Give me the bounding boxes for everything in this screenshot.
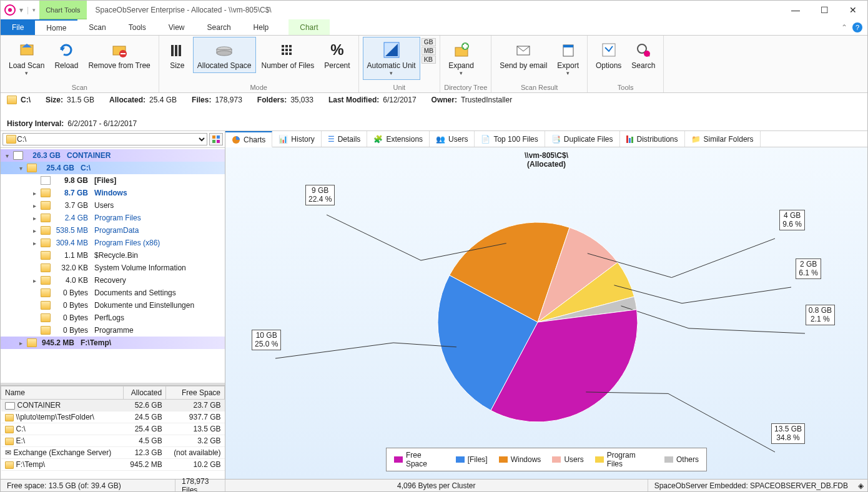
ribbon-group-scan: Scan <box>4 82 155 92</box>
svg-rect-3 <box>121 53 126 54</box>
folder-icon <box>6 135 16 144</box>
remove-from-tree-button[interactable]: Remove from Tree <box>84 37 154 73</box>
callout-windows: 9 GB22.4 % <box>305 185 335 205</box>
tree-row[interactable]: 9.8 GB[Files] <box>1 174 225 187</box>
callout-files: 10 GB25.0 % <box>252 330 281 350</box>
tab-help[interactable]: Help <box>242 19 280 35</box>
view-tabs: Charts 📊History ☰Details 🧩Extensions 👥Us… <box>225 131 867 147</box>
scans-grid[interactable]: Name Allocated Free Space CONTAINER52.6 … <box>1 386 225 471</box>
tree-row[interactable]: ▸3.7 GBUsers <box>1 199 225 212</box>
ribbon-group-mode: Mode <box>163 82 355 92</box>
chart-legend: Free Space [Files] Windows Users Program… <box>386 448 707 471</box>
tree-config-button[interactable] <box>209 133 223 145</box>
svg-rect-10 <box>282 45 284 47</box>
vtab-details[interactable]: ☰Details <box>322 131 368 147</box>
tree-row[interactable]: 0 BytesDokumente und Einstellungen <box>1 299 225 312</box>
send-email-button[interactable]: Send by email <box>495 37 551 73</box>
reload-button[interactable]: Reload <box>50 37 82 73</box>
svg-rect-34 <box>217 140 220 143</box>
chart-area: \\vm-805\C$\(Allocated) 9 GB22.4 % 10 GB… <box>225 147 867 479</box>
grid-row[interactable]: E:\4.5 GB3.2 GB <box>1 435 225 447</box>
vtab-similar[interactable]: 📁Similar Folders <box>685 131 761 147</box>
svg-rect-4 <box>171 45 174 56</box>
tree-row[interactable]: ▸8.7 GBWindows <box>1 187 225 199</box>
grid-row[interactable]: C:\25.4 GB13.5 GB <box>1 423 225 435</box>
vtab-duplicate[interactable]: 📑Duplicate Files <box>545 131 620 147</box>
status-free-space: Free space: 13.5 GB (of: 39.4 GB) <box>1 480 175 491</box>
vtab-history[interactable]: 📊History <box>272 131 321 147</box>
tree-row[interactable]: ▾25.4 GBC:\ <box>1 162 225 174</box>
minimize-button[interactable]: — <box>781 1 810 19</box>
grid-row[interactable]: ✉Exchange (Exchange Server)12.3 GB(not a… <box>1 447 225 459</box>
tab-chart[interactable]: Chart <box>289 19 329 35</box>
expand-button[interactable]: Expand▾ <box>444 37 478 80</box>
vtab-top100[interactable]: 📄Top 100 Files <box>475 131 545 147</box>
col-name[interactable]: Name <box>1 386 124 400</box>
svg-rect-37 <box>629 138 631 143</box>
search-button[interactable]: Search <box>627 37 659 73</box>
info-bar: C:\ Size:31.5 GB Allocated:25.4 GB Files… <box>1 93 867 131</box>
tab-scan[interactable]: Scan <box>77 19 117 35</box>
tab-home[interactable]: Home <box>35 19 77 35</box>
vtab-charts[interactable]: Charts <box>225 131 272 147</box>
tree-row[interactable]: ▾26.3 GBCONTAINER <box>1 149 225 162</box>
qat-dropdown-icon[interactable]: ▾ <box>19 6 23 14</box>
grid-row[interactable]: CONTAINER52.6 GB23.7 GB <box>1 400 225 411</box>
unit-mb-button[interactable]: MB <box>422 47 436 55</box>
tree-row[interactable]: ▸309.4 MBProgram Files (x86) <box>1 237 225 249</box>
tree-row[interactable]: 0 BytesPerfLogs <box>1 312 225 324</box>
tree-row[interactable]: 0 BytesProgramme <box>1 324 225 337</box>
svg-rect-6 <box>179 45 181 56</box>
tree-row[interactable]: ▸2.4 GBProgram Files <box>1 212 225 224</box>
callout-others: 0.8 GB2.1 % <box>806 305 835 325</box>
svg-rect-38 <box>631 137 633 143</box>
options-button[interactable]: Options <box>591 37 626 73</box>
directory-tree[interactable]: ▾26.3 GBCONTAINER▾25.4 GBC:\9.8 GB[Files… <box>1 148 225 383</box>
svg-rect-14 <box>285 49 288 51</box>
mode-size-button[interactable]: Size <box>163 37 192 73</box>
mode-number-files-button[interactable]: Number of Files <box>257 37 319 73</box>
svg-rect-26 <box>563 45 573 47</box>
mode-percent-button[interactable]: %Percent <box>320 37 354 73</box>
title-bar: ▾ | ▾ Chart Tools SpaceObServer Enterpri… <box>1 1 867 19</box>
col-free[interactable]: Free Space <box>166 386 225 400</box>
svg-rect-5 <box>175 45 177 56</box>
tab-view[interactable]: View <box>157 19 196 35</box>
tab-file[interactable]: File <box>1 19 35 35</box>
unit-kb-button[interactable]: KB <box>422 56 436 64</box>
ribbon-group-unit: Unit <box>363 82 436 92</box>
vtab-distributions[interactable]: Distributions <box>620 131 685 147</box>
grid-row[interactable]: F:\Temp\945.2 MB10.2 GB <box>1 459 225 471</box>
ribbon-tabs: File Home Scan Tools View Search Help Ch… <box>1 19 867 36</box>
vtab-users[interactable]: 👥Users <box>430 131 475 147</box>
help-icon[interactable]: ? <box>852 22 862 32</box>
tab-search[interactable]: Search <box>196 19 242 35</box>
tree-row[interactable]: 32.0 KBSystem Volume Information <box>1 262 225 274</box>
col-allocated[interactable]: Allocated <box>124 386 166 400</box>
svg-rect-15 <box>289 49 292 51</box>
grid-row[interactable]: \\pluto\temp\TestFolder\24.5 GB937.7 GB <box>1 411 225 423</box>
tree-row[interactable]: ▸4.0 KBRecovery <box>1 274 225 287</box>
window-title: SpaceObServer Enterprise - Allocated - \… <box>87 1 781 19</box>
unit-gb-button[interactable]: GB <box>422 38 436 46</box>
mode-allocated-button[interactable]: Allocated Space <box>193 37 256 73</box>
tree-row[interactable]: 1.1 MB$Recycle.Bin <box>1 249 225 262</box>
unit-automatic-button[interactable]: Automatic Unit▾ <box>363 37 420 80</box>
close-button[interactable]: ✕ <box>839 1 867 19</box>
contextual-tab-label: Chart Tools <box>39 1 86 19</box>
tab-tools[interactable]: Tools <box>117 19 157 35</box>
status-db-icon[interactable]: ◈ <box>854 480 867 491</box>
path-combobox[interactable]: C:\ <box>2 133 207 145</box>
svg-rect-23 <box>463 45 468 47</box>
maximize-button[interactable]: ☐ <box>810 1 839 19</box>
tree-row[interactable]: ▸538.5 MBProgramData <box>1 224 225 237</box>
svg-rect-27 <box>603 44 615 56</box>
qat-overflow-icon[interactable]: ▾ <box>32 7 36 13</box>
tree-row[interactable]: 0 BytesDocuments and Settings <box>1 287 225 299</box>
svg-point-9 <box>217 51 232 56</box>
tree-row[interactable]: ▸945.2 MBF:\Temp\ <box>1 337 225 349</box>
load-scan-button[interactable]: Load Scan▾ <box>4 37 49 80</box>
collapse-ribbon-icon[interactable]: ⌃ <box>841 23 847 32</box>
export-button[interactable]: Export▾ <box>553 37 583 80</box>
vtab-extensions[interactable]: 🧩Extensions <box>367 131 430 147</box>
